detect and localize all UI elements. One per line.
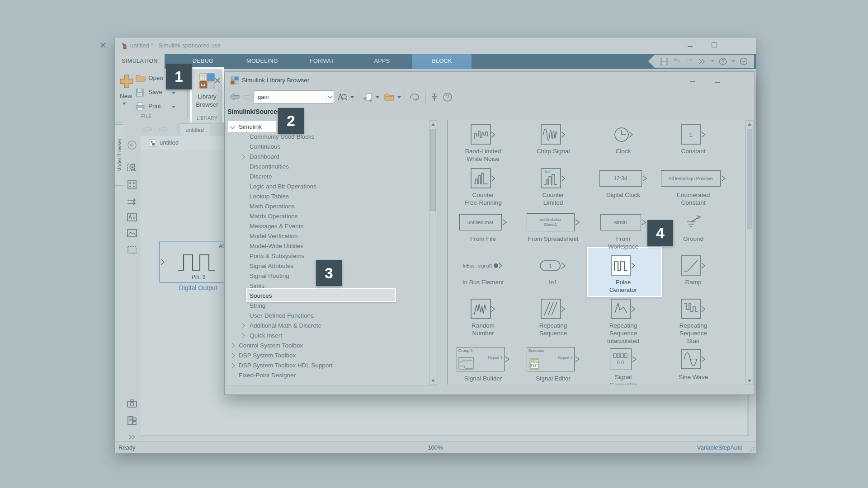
block-counter-free-running[interactable]: Counter Free-Running [448, 167, 518, 206]
tree-item-dsp-hdl-support[interactable]: DSP System Toolbox HDL Support [226, 361, 438, 371]
block-ramp[interactable]: Ramp [658, 254, 728, 286]
open-library-folder-icon[interactable] [384, 93, 395, 101]
tree-item-math-operations[interactable]: Math Operations [226, 202, 438, 211]
block-clock[interactable]: Clock [588, 123, 658, 155]
block-in1[interactable]: 1 In1 [518, 254, 588, 286]
toolbar-options-icon[interactable] [740, 57, 748, 66]
new-button[interactable]: New [120, 93, 132, 99]
chevron-right-icon[interactable] [240, 154, 245, 159]
scroll-up-icon[interactable] [748, 123, 751, 126]
tree-item-dashboard[interactable]: Dashboard [226, 152, 438, 162]
scroll-up-icon[interactable] [431, 123, 435, 126]
pin-icon[interactable] [430, 93, 439, 102]
close-button[interactable] [100, 42, 106, 48]
lib-help-icon[interactable] [443, 92, 453, 102]
tree-item-quick-insert[interactable]: Quick Insert [226, 331, 438, 341]
signal-routing-icon[interactable] [127, 196, 137, 207]
tree-item-ports-subsystems[interactable]: Ports & Subsystems [226, 251, 438, 261]
chevron-right-icon[interactable] [240, 333, 245, 338]
block-repeating-sequence-stair[interactable]: Repeating Sequence Stair [658, 298, 728, 345]
tree-item-control-system-toolbox[interactable]: Control System Toolbox [226, 341, 438, 351]
block-pulse-generator[interactable]: Pulse Generator [588, 254, 658, 294]
folder-caret-icon[interactable] [397, 96, 401, 99]
search-options-caret-icon[interactable] [350, 96, 354, 99]
tree-item-lookup-tables[interactable]: Lookup Tables [226, 192, 438, 202]
maximize-button[interactable] [712, 42, 717, 47]
tree-item-model-wide-utilities[interactable]: Model-Wide Utilities [226, 241, 438, 251]
tab-apps[interactable]: APPS [366, 54, 398, 69]
tree-item-sources[interactable]: Sources [226, 291, 438, 301]
fit-to-view-icon[interactable] [127, 179, 137, 190]
print-button[interactable]: Print [148, 103, 161, 109]
block-constant[interactable]: 1 Constant [658, 123, 728, 155]
tab-format[interactable]: FORMAT [304, 54, 340, 69]
block-signal-builder[interactable]: Group 1 Signal 1 Signal Builder [448, 347, 518, 382]
tree-scrollbar[interactable] [429, 120, 437, 385]
area-box-icon[interactable] [127, 244, 137, 255]
step-options-caret-icon[interactable] [711, 60, 714, 62]
zoom-select-icon[interactable] [127, 162, 137, 173]
block-from-spreadsheet[interactable]: untitled.xlsx Sheet1 From Spreadsheet [518, 211, 588, 243]
tree-item-messages-events[interactable]: Messages & Events [226, 221, 438, 231]
tree-item-simulink[interactable]: Simulink [226, 122, 438, 132]
tree-item-fixed-point-designer[interactable]: Fixed-Point Designer [226, 371, 438, 380]
blocks-scrollbar-thumb[interactable] [747, 129, 752, 229]
undo-icon[interactable] [673, 58, 681, 65]
blocks-scrollbar[interactable] [745, 120, 754, 385]
chevron-right-icon[interactable] [240, 323, 245, 328]
search-input[interactable] [254, 93, 326, 101]
help-options-caret-icon[interactable] [731, 60, 735, 62]
nav-forward-icon[interactable] [159, 125, 169, 133]
tree-item-user-defined-functions[interactable]: User-Defined Functions [226, 311, 438, 321]
save-button[interactable]: Save [148, 89, 162, 95]
tree-item-matrix-operations[interactable]: Matrix Operations [226, 211, 438, 221]
screenshot-camera-icon[interactable] [127, 398, 137, 409]
tree-item-discontinuities[interactable]: Discontinuities [226, 162, 438, 172]
lib-maximize-button[interactable] [715, 78, 720, 83]
scroll-down-icon[interactable] [431, 380, 435, 382]
block-from-file[interactable]: untitled.mat From File [448, 211, 518, 243]
block-random-number[interactable]: Random Number [448, 298, 518, 337]
tree-item-logic-and-bit-operations[interactable]: Logic and Bit Operations [226, 182, 438, 192]
scroll-down-icon[interactable] [748, 380, 751, 382]
tree-item-model-verification[interactable]: Model Verification [226, 231, 438, 241]
tree-item-dsp-system-toolbox[interactable]: DSP System Toolbox [226, 351, 438, 361]
block-repeating-sequence[interactable]: Repeating Sequence [518, 298, 588, 337]
tree-item-string[interactable]: String [226, 301, 438, 311]
block-signal-editor[interactable]: Scenario Signal 1 Signal Editor [518, 347, 588, 382]
nav-back-icon[interactable] [142, 125, 152, 133]
resize-grip[interactable] [750, 447, 754, 451]
search-options-icon[interactable] [337, 92, 348, 102]
block-signal-generator[interactable]: 0 0 Signal Generator [588, 347, 658, 385]
search-combo[interactable] [254, 90, 334, 103]
redo-icon[interactable] [685, 58, 693, 65]
image-icon[interactable] [127, 228, 137, 239]
lib-minimize-button[interactable] [690, 78, 695, 82]
model-tab-untitled[interactable]: untitled [179, 123, 210, 136]
block-repeating-sequence-interpolated[interactable]: Repeating Sequence Interpolated [588, 298, 658, 345]
library-browser-button[interactable]: Library Browser LIBRARY [190, 67, 224, 124]
tree-item-additional-math-discrete[interactable]: Additional Math & Discrete [226, 321, 438, 331]
minimize-button[interactable] [688, 42, 693, 47]
block-counter-limited[interactable]: lim Counter Limited [518, 167, 588, 206]
open-button[interactable]: Open [148, 75, 163, 81]
tree-item-continuous[interactable]: Continuous [226, 142, 438, 152]
tab-simulation[interactable]: SIMULATION [115, 54, 165, 69]
annotation-icon[interactable] [127, 212, 137, 223]
model-browser-tab[interactable]: Model Browser [115, 124, 124, 186]
hide-browser-icon[interactable] [127, 140, 137, 150]
lib-forward-icon[interactable] [244, 93, 255, 101]
breadcrumb-item[interactable]: untitled [160, 139, 179, 146]
tree-item-discrete[interactable]: Discrete [226, 172, 438, 182]
tab-modeling[interactable]: MODELING [242, 54, 283, 69]
block-digital-clock[interactable]: 12:34 Digital Clock [588, 167, 658, 199]
lib-back-icon[interactable] [229, 93, 240, 101]
chevron-right-icon[interactable] [230, 363, 235, 368]
block-sine-wave[interactable]: Sine Wave [658, 347, 728, 381]
viewmarks-icon[interactable] [127, 415, 137, 426]
block-band-limited-white-noise[interactable]: Band-Limited White Noise [448, 123, 518, 163]
new-caret-icon[interactable] [123, 103, 126, 105]
block-chirp-signal[interactable]: Chirp Signal [518, 123, 588, 155]
print-caret-icon[interactable] [172, 106, 175, 108]
block-in-bus-element[interactable]: InBus . signal1 In Bus Element [448, 254, 518, 286]
